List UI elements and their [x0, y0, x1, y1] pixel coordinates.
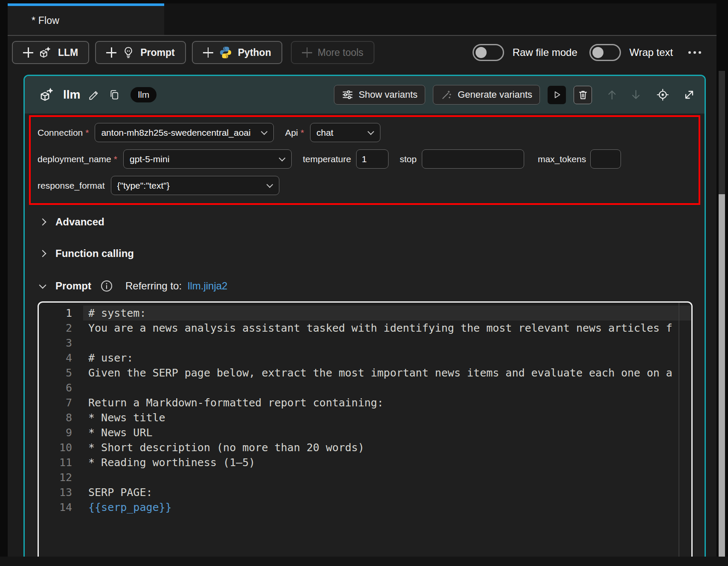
delete-node-button[interactable]: [574, 86, 592, 104]
advanced-section-toggle[interactable]: Advanced: [25, 216, 705, 228]
node-type-badge: llm: [131, 87, 157, 102]
code-text: # user:: [88, 350, 678, 365]
line-number: 11: [39, 455, 72, 470]
code-text: You are a news analysis assistant tasked…: [88, 321, 678, 336]
line-number: 7: [39, 395, 72, 410]
tab-flow-title: * Flow: [32, 15, 59, 26]
edit-pencil-icon[interactable]: [88, 88, 101, 101]
connection-select[interactable]: anton-mh8zh25s-swedencentral_aoai: [95, 123, 274, 142]
required-marker: *: [85, 128, 89, 138]
param-row-deployment: deployment_name * gpt-5-mini temperature…: [38, 149, 692, 169]
locate-node-button[interactable]: [656, 88, 670, 102]
expand-node-button[interactable]: [682, 88, 696, 102]
code-text: [88, 380, 678, 395]
code-line[interactable]: 4# user:: [39, 350, 691, 365]
wrap-text-toggle[interactable]: [589, 44, 621, 61]
code-text: * News URL: [88, 425, 678, 440]
prompt-code-editor[interactable]: 1# system:2You are a news analysis assis…: [38, 301, 693, 566]
info-icon[interactable]: [100, 279, 113, 293]
editor-scrollbar-track[interactable]: [679, 303, 679, 566]
code-line[interactable]: 10* Short description (no more than 20 w…: [39, 440, 691, 455]
plus-icon: [302, 47, 312, 58]
move-up-button[interactable]: [606, 88, 618, 101]
line-number: 13: [39, 485, 72, 500]
code-text: Given the SERP page below, extract the m…: [88, 365, 678, 380]
code-line[interactable]: 8* News title: [39, 410, 691, 425]
prompt-section-toggle[interactable]: Prompt Referring to: llm.jinja2: [25, 279, 705, 293]
run-node-button[interactable]: [548, 86, 566, 104]
code-line[interactable]: 2You are a news analysis assistant taske…: [39, 321, 691, 336]
required-marker: *: [301, 128, 304, 138]
add-prompt-button[interactable]: Prompt: [95, 41, 186, 64]
code-line[interactable]: 6: [39, 380, 691, 395]
code-text: * News title: [88, 410, 678, 425]
stop-input[interactable]: [422, 149, 524, 169]
response-format-label: response_format: [38, 181, 105, 191]
llm-node-icon: [39, 87, 55, 103]
generate-variants-label: Generate variants: [458, 89, 532, 100]
temperature-input[interactable]: [356, 149, 389, 169]
api-select[interactable]: chat: [310, 123, 380, 142]
code-line[interactable]: 11* Reading worthiness (1–5): [39, 455, 691, 470]
code-line[interactable]: 12: [39, 470, 691, 485]
code-line[interactable]: 5Given the SERP page below, extract the …: [39, 365, 691, 380]
chevron-down-icon: [39, 282, 46, 289]
plus-icon: [203, 47, 213, 58]
code-line[interactable]: 14{{serp_page}}: [39, 500, 691, 515]
response-format-select[interactable]: {"type":"text"}: [111, 176, 279, 195]
line-number: 9: [39, 425, 72, 440]
max-tokens-input[interactable]: [590, 149, 621, 169]
code-line[interactable]: 13SERP PAGE:: [39, 485, 691, 500]
code-text: # system:: [88, 306, 678, 321]
add-python-button[interactable]: Python: [192, 41, 282, 64]
tools-toolbar: LLM Prompt Python: [8, 36, 716, 69]
deployment-name-select[interactable]: gpt-5-mini: [123, 149, 292, 169]
toggle-knob: [476, 47, 487, 58]
code-text: {{serp_page}}: [88, 500, 678, 515]
line-number: 1: [39, 306, 72, 321]
advanced-label: Advanced: [55, 216, 104, 228]
code-line[interactable]: 9* News URL: [39, 425, 691, 440]
line-number: 4: [39, 350, 72, 365]
llm-cube-icon: [39, 46, 52, 59]
raw-file-mode-toggle[interactable]: [473, 44, 504, 61]
connection-label: Connection: [38, 128, 83, 138]
chevron-down-icon: [261, 128, 268, 135]
show-variants-label: Show variants: [359, 89, 418, 100]
code-text: Return a Markdown-formatted report conta…: [88, 395, 678, 410]
promptflow-editor-window: * Flow LLM: [0, 0, 728, 566]
chevron-down-icon: [279, 155, 286, 162]
magic-wand-icon: [441, 89, 452, 101]
show-variants-button[interactable]: Show variants: [334, 85, 425, 105]
generate-variants-button[interactable]: Generate variants: [433, 85, 540, 105]
max-tokens-label: max_tokens: [538, 154, 586, 164]
add-llm-button[interactable]: LLM: [12, 41, 89, 64]
jinja-file-link[interactable]: llm.jinja2: [188, 280, 227, 292]
more-tools-label: More tools: [318, 47, 363, 58]
line-number: 5: [39, 365, 72, 380]
plus-icon: [23, 47, 33, 58]
chevron-right-icon: [39, 250, 46, 257]
move-down-button[interactable]: [629, 88, 642, 101]
code-line[interactable]: 3: [39, 336, 691, 350]
line-number: 10: [39, 440, 72, 455]
code-line[interactable]: 7Return a Markdown-formatted report cont…: [39, 395, 691, 410]
more-options-button[interactable]: [688, 51, 701, 54]
tab-flow[interactable]: * Flow: [8, 3, 164, 35]
connection-value: anton-mh8zh25s-swedencentral_aoai: [101, 128, 250, 138]
function-calling-section-toggle[interactable]: Function calling: [25, 248, 705, 260]
llm-parameters-highlight: Connection * anton-mh8zh25s-swedencentra…: [29, 115, 700, 205]
wrap-text-label: Wrap text: [629, 47, 673, 58]
horizontal-scrollbar-area[interactable]: [0, 557, 728, 566]
copy-icon[interactable]: [108, 89, 120, 101]
code-text: * Short description (no more than 20 wor…: [88, 440, 678, 455]
add-prompt-label: Prompt: [140, 47, 175, 58]
api-label: Api: [285, 128, 298, 138]
deployment-name-value: gpt-5-mini: [130, 154, 169, 164]
more-tools-button[interactable]: More tools: [291, 41, 374, 64]
line-number: 12: [39, 470, 72, 485]
vertical-scrollbar-thumb[interactable]: [719, 194, 725, 557]
code-line[interactable]: 1# system:: [39, 306, 691, 321]
llm-node-card: llm llm: [23, 75, 706, 566]
param-row-connection: Connection * anton-mh8zh25s-swedencentra…: [38, 123, 692, 142]
